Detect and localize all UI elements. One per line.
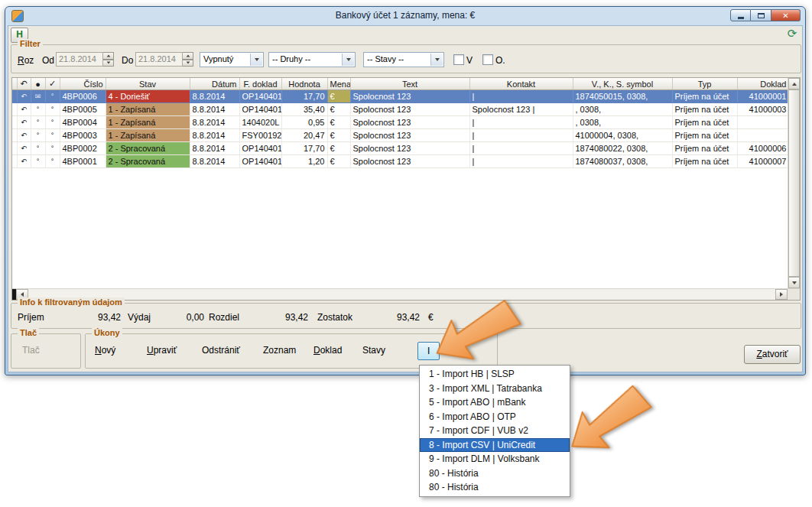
table-row[interactable]: ↶°°4BP00022 - Spracovaná8.8.2014OP140401… xyxy=(12,142,789,155)
date-to-spinner[interactable] xyxy=(183,52,193,67)
column-header-f-doklad[interactable]: F. doklad xyxy=(239,78,281,90)
date-to-label: Do xyxy=(122,55,133,66)
chevron-down-icon[interactable] xyxy=(430,54,443,66)
spin-down-icon[interactable] xyxy=(183,60,193,67)
column-header-typ[interactable]: Typ xyxy=(672,78,737,90)
chevron-down-icon[interactable] xyxy=(342,54,354,66)
table-row[interactable]: ↶✉°4BP00064 - Doriešiť8.8.2014OP14040117… xyxy=(12,90,789,103)
table-row[interactable]: ↶°°4BP00041 - Zapísaná8.8.20141404020L0,… xyxy=(12,116,789,129)
cell-flag-icon: ✉ xyxy=(31,90,45,103)
zostatok-label: Zostatok xyxy=(317,312,352,323)
pointer-arrow-menu-item xyxy=(557,376,658,466)
close-button[interactable]: Zatvoriť xyxy=(744,345,801,364)
cell-typ: Príjem na účet xyxy=(672,90,737,103)
table-row[interactable]: ↶°°4BP00051 - Zapísaná8.8.2014OP14040135… xyxy=(12,103,789,116)
actions-legend: Úkony xyxy=(92,328,122,337)
stavy-select-value: -- Stavy -- xyxy=(367,54,404,63)
mode-select[interactable]: Vypnutý xyxy=(200,52,264,67)
filter-legend: Filter xyxy=(18,39,43,48)
scroll-right-icon[interactable] xyxy=(775,289,788,300)
menu-item[interactable]: 7 - Import CDF | VUB v2 xyxy=(420,424,570,438)
spin-down-icon[interactable] xyxy=(103,60,114,67)
print-legend: Tlač xyxy=(18,328,39,337)
cell-datum: 8.8.2014 xyxy=(190,116,239,129)
column-header-text[interactable]: Text xyxy=(350,78,469,90)
minimize-button[interactable] xyxy=(730,9,751,21)
menu-item[interactable]: 6 - Import ABO | OTP xyxy=(420,410,570,424)
window-controls: ✕ xyxy=(730,9,801,21)
table-row[interactable]: ↶°°4BP00012 - Spracovaná8.8.2014OP140401… xyxy=(12,155,789,168)
cell-check-icon: ° xyxy=(45,116,60,129)
client-area: H ⟳ Filter Roz Od 21.8.2014 Do 21.8.2014 xyxy=(8,25,803,372)
spin-up-icon[interactable] xyxy=(103,52,114,60)
druhy-select[interactable]: -- Druhy -- xyxy=(268,52,356,67)
cell-mena: € xyxy=(327,103,350,116)
date-to-value[interactable]: 21.8.2014 xyxy=(135,52,183,67)
scroll-up-icon[interactable] xyxy=(788,78,800,89)
menu-item[interactable]: 80 - História xyxy=(420,466,570,481)
column-header-cislo[interactable]: Číslo xyxy=(60,78,106,90)
vertical-scrollbar[interactable] xyxy=(788,78,800,288)
close-window-button[interactable]: ✕ xyxy=(771,9,801,21)
cell-mena: € xyxy=(327,155,350,168)
column-header-doklad[interactable]: Doklad xyxy=(737,78,789,90)
refresh-icon[interactable]: ⟳ xyxy=(785,27,799,41)
stavy-select[interactable]: -- Stavy -- xyxy=(363,52,444,67)
maximize-button[interactable] xyxy=(751,9,771,21)
cell-check-icon: ° xyxy=(45,142,60,155)
action-button-1[interactable]: Nový xyxy=(95,345,115,356)
menu-item[interactable]: 5 - Import ABO | mBank xyxy=(420,395,570,410)
menu-item[interactable]: 3 - Import XML | Tatrabanka xyxy=(420,382,570,396)
menu-item[interactable]: 8 - Import CSV | UniCredit xyxy=(420,438,570,453)
column-header-hodnota[interactable]: Hodnota xyxy=(281,78,327,90)
action-button-5[interactable]: Doklad xyxy=(313,345,342,356)
mode-select-value: Vypnutý xyxy=(203,54,233,63)
menu-item[interactable]: 9 - Import DLM | Volksbank xyxy=(420,452,570,466)
cell-flag-icon: ° xyxy=(31,155,45,168)
date-from-input[interactable]: 21.8.2014 xyxy=(56,52,114,67)
date-from-value[interactable]: 21.8.2014 xyxy=(56,52,103,67)
menu-item[interactable]: 80 - História xyxy=(420,480,570,495)
roz-label[interactable]: Roz xyxy=(18,55,34,66)
cell-undo-icon: ↶ xyxy=(17,142,31,155)
action-button-2[interactable]: Upraviť xyxy=(147,345,177,356)
spin-up-icon[interactable] xyxy=(183,52,193,60)
cell-mena: € xyxy=(327,142,350,155)
column-header-mena[interactable]: Mena xyxy=(327,78,350,90)
action-button-4[interactable]: Zoznam xyxy=(263,345,296,356)
column-header-check-icon[interactable]: ✓ xyxy=(45,78,60,90)
screen: Bankový účet 1 záznamy, mena: € ✕ H ⟳ Fi… xyxy=(0,0,812,507)
cell-datum: 8.8.2014 xyxy=(190,103,239,116)
chevron-down-icon[interactable] xyxy=(250,54,262,66)
info-legend: Info k filtrovaným údajom xyxy=(18,297,125,307)
cell-flag-icon: ° xyxy=(31,142,45,155)
print-button[interactable]: Tlač xyxy=(22,345,40,356)
title-bar[interactable]: Bankový účet 1 záznamy, mena: € ✕ xyxy=(5,7,805,24)
cell-kontakt: | xyxy=(469,129,573,142)
date-to-input[interactable]: 21.8.2014 xyxy=(135,52,193,67)
cell-check-icon: ° xyxy=(45,90,60,103)
o-checkbox[interactable] xyxy=(482,54,493,65)
horizontal-scrollbar[interactable] xyxy=(12,288,800,300)
column-header-symbol[interactable]: V., K., S. symbol xyxy=(573,78,672,90)
cell-mena: € xyxy=(327,129,350,142)
v-checkbox[interactable] xyxy=(453,54,464,65)
column-header-stav[interactable]: Stav xyxy=(106,78,190,90)
column-header-undo-icon[interactable]: ↶ xyxy=(17,78,31,90)
column-header-datum[interactable]: Dátum xyxy=(190,78,239,90)
column-header-flag-icon[interactable]: ● xyxy=(31,78,45,90)
scroll-down-icon[interactable] xyxy=(788,277,800,288)
cell-symbol: 41000004, 0308, xyxy=(573,129,672,142)
date-from-spinner[interactable] xyxy=(103,52,114,67)
menu-item[interactable]: 1 - Import HB | SLSP xyxy=(420,367,570,382)
cell-symbol: , 0308, xyxy=(573,116,672,129)
horizontal-scroll-track[interactable] xyxy=(28,289,775,300)
action-button-6[interactable]: Stavy xyxy=(362,345,385,356)
rozdiel-label: Rozdiel xyxy=(209,312,239,323)
vertical-scroll-thumb[interactable] xyxy=(788,89,800,277)
maximize-icon xyxy=(758,13,765,18)
action-button-3[interactable]: Odstrániť xyxy=(202,345,240,356)
column-header-kontakt[interactable]: Kontakt xyxy=(469,78,573,90)
rozdiel-value: 93,42 xyxy=(245,312,308,323)
table-row[interactable]: ↶°°4BP00031 - Zapísaná8.8.2014FSY0019220… xyxy=(12,129,789,142)
